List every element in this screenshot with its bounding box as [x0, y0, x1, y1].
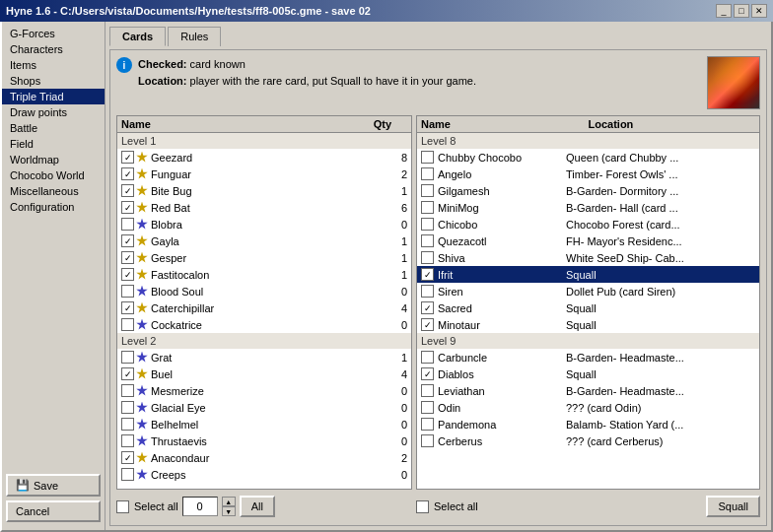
card-checkbox[interactable]	[421, 268, 434, 281]
cancel-button[interactable]: Cancel	[6, 500, 101, 522]
sidebar-item-shops[interactable]: Shops	[2, 73, 105, 89]
card-checkbox[interactable]	[121, 301, 134, 314]
card-checkbox[interactable]	[421, 151, 434, 164]
minimize-button[interactable]: _	[716, 4, 732, 18]
table-row[interactable]: MinotaurSquall	[417, 316, 759, 333]
card-checkbox[interactable]	[121, 268, 134, 281]
card-checkbox[interactable]	[121, 184, 134, 197]
table-row[interactable]: Belhelmel0	[117, 416, 411, 432]
table-row[interactable]: Fastitocalon1	[117, 266, 411, 283]
sidebar-item-tripletriad[interactable]: Triple Triad	[2, 89, 105, 104]
card-checkbox[interactable]	[421, 201, 434, 214]
table-row[interactable]: DiablosSquall	[417, 366, 759, 382]
card-checkbox[interactable]	[121, 451, 134, 464]
tab-rules[interactable]: Rules	[168, 27, 221, 46]
sidebar-item-items[interactable]: Items	[2, 57, 105, 73]
table-row[interactable]: SirenDollet Pub (card Siren)	[417, 283, 759, 299]
card-checkbox[interactable]	[421, 318, 434, 331]
card-checkbox[interactable]	[421, 218, 434, 231]
table-row[interactable]: Gesper1	[117, 249, 411, 266]
qty-spinner[interactable]: ▲ ▼	[222, 497, 236, 516]
card-checkbox[interactable]	[421, 351, 434, 364]
table-row[interactable]: GilgameshB-Garden- Dormitory ...	[417, 182, 759, 199]
sidebar-item-gforces[interactable]: G-Forces	[2, 26, 105, 41]
table-row[interactable]: Buel4	[117, 366, 411, 382]
sidebar-item-configuration[interactable]: Configuration	[2, 199, 105, 215]
card-checkbox[interactable]	[421, 234, 434, 247]
select-all-right-checkbox[interactable]	[416, 500, 429, 513]
tab-cards[interactable]: Cards	[109, 27, 166, 46]
card-checkbox[interactable]	[121, 167, 134, 180]
table-row[interactable]: ShivaWhite SeeD Ship- Cab...	[417, 249, 759, 266]
all-button[interactable]: All	[240, 496, 275, 517]
card-checkbox[interactable]	[121, 251, 134, 264]
table-row[interactable]: AngeloTimber- Forest Owls' ...	[417, 166, 759, 182]
card-checkbox[interactable]	[421, 418, 434, 431]
table-row[interactable]: CarbuncleB-Garden- Headmaste...	[417, 349, 759, 366]
sidebar-item-miscellaneous[interactable]: Miscellaneous	[2, 183, 105, 199]
card-checkbox[interactable]	[121, 285, 134, 298]
card-checkbox[interactable]	[421, 285, 434, 298]
sidebar-item-drawpoints[interactable]: Draw points	[2, 104, 105, 120]
card-checkbox[interactable]	[121, 434, 134, 447]
window-controls[interactable]: _ □ ✕	[716, 4, 767, 18]
card-checkbox[interactable]	[121, 234, 134, 247]
table-row[interactable]: Cerberus??? (card Cerberus)	[417, 432, 759, 449]
sidebar-item-chocoboworld[interactable]: Chocobo World	[2, 167, 105, 183]
card-checkbox[interactable]	[421, 184, 434, 197]
card-checkbox[interactable]	[121, 418, 134, 431]
card-checkbox[interactable]	[421, 434, 434, 447]
sidebar-item-battle[interactable]: Battle	[2, 120, 105, 136]
card-checkbox[interactable]	[121, 367, 134, 380]
table-row[interactable]: Blood Soul0	[117, 283, 411, 299]
card-checkbox[interactable]	[121, 351, 134, 364]
card-checkbox[interactable]	[121, 401, 134, 414]
qty-input[interactable]	[182, 497, 218, 516]
close-button[interactable]: ✕	[751, 4, 767, 18]
sidebar-item-characters[interactable]: Characters	[2, 41, 105, 57]
table-row[interactable]: Thrustaevis0	[117, 432, 411, 449]
table-row[interactable]: Chubby ChocoboQueen (card Chubby ...	[417, 149, 759, 166]
card-checkbox[interactable]	[421, 401, 434, 414]
qty-up-button[interactable]: ▲	[222, 497, 236, 506]
table-row[interactable]: ChicoboChocobo Forest (card...	[417, 216, 759, 233]
card-checkbox[interactable]	[421, 384, 434, 397]
table-row[interactable]: IfritSquall	[417, 266, 759, 283]
select-all-right-label[interactable]: Select all	[416, 500, 478, 513]
table-row[interactable]: Odin??? (card Odin)	[417, 399, 759, 416]
table-row[interactable]: Red Bat6	[117, 199, 411, 216]
card-checkbox[interactable]	[121, 201, 134, 214]
table-row[interactable]: Glacial Eye0	[117, 399, 411, 416]
squall-button[interactable]: Squall	[706, 496, 760, 517]
card-checkbox[interactable]	[121, 218, 134, 231]
select-all-left-checkbox[interactable]	[116, 500, 129, 513]
table-row[interactable]: PandemonaBalamb- Station Yard (...	[417, 416, 759, 432]
table-row[interactable]: Caterchipillar4	[117, 299, 411, 316]
table-row[interactable]: Geezard8	[117, 149, 411, 166]
table-row[interactable]: Cockatrice0	[117, 316, 411, 333]
table-row[interactable]: SacredSquall	[417, 299, 759, 316]
table-row[interactable]: LeviathanB-Garden- Headmaste...	[417, 382, 759, 399]
select-all-left-label[interactable]: Select all	[116, 500, 178, 513]
table-row[interactable]: Anacondaur2	[117, 449, 411, 466]
save-button[interactable]: 💾 Save	[6, 474, 101, 497]
table-row[interactable]: Grat1	[117, 349, 411, 366]
table-row[interactable]: Funguar2	[117, 166, 411, 182]
table-row[interactable]: Bite Bug1	[117, 182, 411, 199]
sidebar-item-worldmap[interactable]: Worldmap	[2, 152, 105, 167]
table-row[interactable]: Gayla1	[117, 233, 411, 249]
table-row[interactable]: MiniMogB-Garden- Hall (card ...	[417, 199, 759, 216]
table-row[interactable]: Creeps0	[117, 466, 411, 483]
table-row[interactable]: Mesmerize0	[117, 382, 411, 399]
card-checkbox[interactable]	[121, 151, 134, 164]
card-checkbox[interactable]	[121, 384, 134, 397]
card-checkbox[interactable]	[121, 468, 134, 481]
left-panel-body[interactable]: Level 1Geezard8Funguar2Bite Bug1Red Bat6…	[117, 133, 411, 489]
card-checkbox[interactable]	[421, 367, 434, 380]
right-panel-body[interactable]: Level 8Chubby ChocoboQueen (card Chubby …	[417, 133, 759, 489]
qty-down-button[interactable]: ▼	[222, 506, 236, 516]
card-checkbox[interactable]	[421, 251, 434, 264]
card-checkbox[interactable]	[421, 301, 434, 314]
card-checkbox[interactable]	[421, 167, 434, 180]
table-row[interactable]: Blobra0	[117, 216, 411, 233]
